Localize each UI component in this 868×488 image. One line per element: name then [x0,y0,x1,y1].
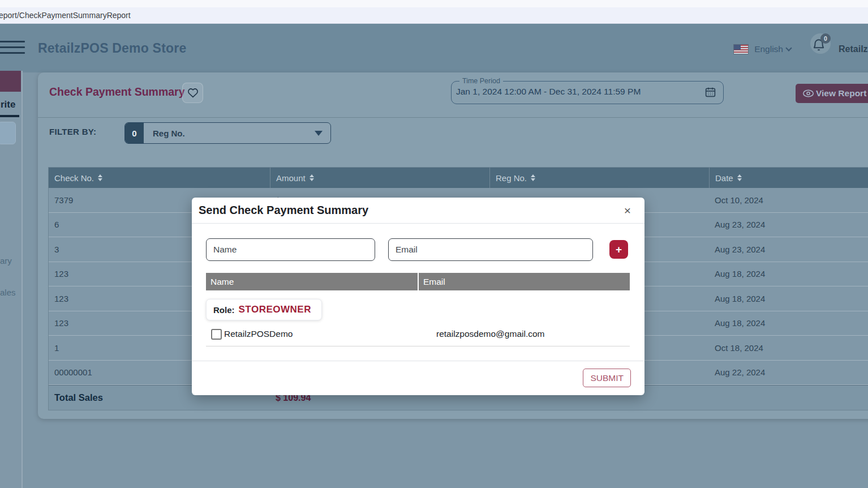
store-title: RetailzPOS Demo Store [38,41,186,56]
filter-dropdown[interactable]: 0 Reg No. [124,122,331,144]
column-header-check-no[interactable]: Check No. [49,168,270,188]
sort-icon [737,174,742,181]
eye-icon [802,89,814,98]
submit-button[interactable]: SUBMIT [583,369,631,387]
favorite-button[interactable] [182,83,203,103]
column-header-reg-no[interactable]: Reg No. [489,168,709,188]
modal-footer: SUBMIT [192,361,644,395]
notifications-button[interactable]: 0 [806,38,828,61]
list-header-email: Email [419,273,630,290]
sort-icon [531,174,535,181]
cell-date: Aug 23, 2024 [709,237,868,262]
role-label: Role: [213,305,235,315]
account-name[interactable]: Retailz [839,44,868,54]
role-value: STOREOWNER [239,304,311,315]
notification-badge: 0 [820,33,831,44]
us-flag-icon [733,44,749,54]
email-input[interactable] [388,238,593,261]
add-recipient-button[interactable]: + [609,240,628,259]
recipient-row: RetailzPOSDemo retailzposdemo@gmail.com [206,327,630,341]
send-summary-modal: Send Check Payment Summary × + Name Emai… [192,198,644,395]
recipient-list-header: Name Email [206,273,630,290]
filter-selected-value: Reg No. [153,129,185,138]
view-report-button[interactable]: View Report [796,84,868,103]
url-text: eport/CheckPaymentSummaryReport [0,11,131,20]
drawer-tab-underline [0,115,19,117]
hamburger-menu-icon[interactable] [0,41,25,55]
name-input[interactable] [206,238,375,261]
drawer-tab-favorite[interactable]: rite [1,99,15,110]
app-header: RetailzPOS Demo Store English 0 Retailz [0,24,868,72]
cell-date: Oct 10, 2024 [709,188,868,212]
cell-date: Aug 22, 2024 [709,361,868,385]
close-icon[interactable]: × [624,204,631,216]
language-selector[interactable]: English [754,44,783,54]
time-period-label: Time Period [459,77,503,85]
chevron-down-icon[interactable] [785,45,792,51]
modal-title: Send Check Payment Summary [199,204,368,217]
table-header-row: Check No. Amount Reg No. Date [49,168,868,188]
drawer-item-sales[interactable]: ales [0,288,16,297]
recipient-name: RetailzPOSDemo [224,329,293,339]
cell-date: Aug 18, 2024 [709,286,868,311]
time-period-field[interactable]: Time Period Jan 1, 2024 12:00 AM - Dec 3… [451,77,724,104]
column-header-amount[interactable]: Amount [270,168,489,188]
role-chip: Role: STOREOWNER [206,299,322,320]
side-drawer: rite ary ales [0,71,23,488]
filter-count-badge: 0 [125,123,144,143]
drawer-logo-block [0,71,21,92]
page-title: Check Payment Summary [49,85,185,99]
browser-url-bar[interactable]: eport/CheckPaymentSummaryReport [0,7,868,24]
column-header-date[interactable]: Date [709,168,868,188]
cell-date: Aug 23, 2024 [709,213,868,237]
drawer-search-box[interactable] [0,122,16,144]
sort-icon [98,174,102,181]
divider [38,117,868,118]
time-period-value: Jan 1, 2024 12:00 AM - Dec 31, 2024 11:5… [456,87,704,97]
heart-icon [187,88,199,98]
browser-window-top [0,0,868,7]
cell-date: Aug 18, 2024 [709,311,868,336]
drawer-item-summary[interactable]: ary [0,256,12,266]
calendar-icon[interactable] [704,86,716,98]
dropdown-caret-icon [315,131,323,136]
recipient-email: retailzposdemo@gmail.com [436,329,544,339]
recipient-checkbox[interactable] [211,329,222,340]
filter-by-label: FILTER BY: [49,127,96,136]
sort-icon [310,174,314,181]
cell-date: Aug 18, 2024 [709,262,868,286]
list-header-name: Name [206,273,418,290]
divider [206,346,630,346]
cell-date: Oct 18, 2024 [709,336,868,360]
